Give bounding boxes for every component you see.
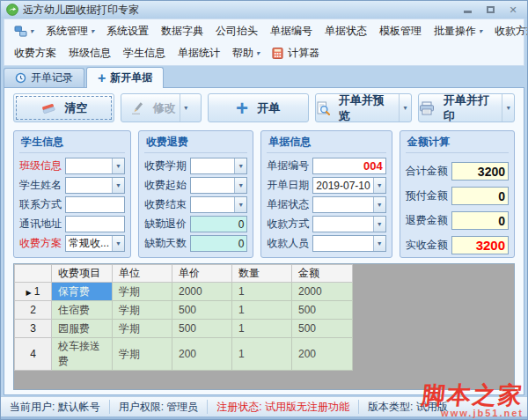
class-info-select[interactable]: ▼ [65, 158, 125, 174]
cell-unit[interactable]: 学期 [113, 320, 172, 338]
cell-unit[interactable]: 学期 [113, 338, 172, 371]
menu-fee-plan[interactable]: 收费方案 [8, 43, 62, 63]
address-input[interactable] [65, 216, 125, 232]
cell-amount[interactable]: 500 [292, 301, 353, 320]
menu-help[interactable]: 帮助▾ [226, 43, 266, 63]
menu-calculator[interactable]: 计算器 [266, 43, 326, 63]
chevron-down-icon[interactable]: ▼ [373, 178, 385, 193]
receipt-status-select[interactable]: ▼ [312, 196, 385, 213]
group-title: 金额计算 [406, 133, 509, 153]
cell-price[interactable]: 2000 [172, 283, 232, 301]
row-selector[interactable]: 4 [15, 338, 52, 371]
clear-button[interactable]: 清空 [13, 93, 114, 122]
chevron-down-icon[interactable]: ▼ [112, 236, 124, 251]
layout-menu-button[interactable]: ▾ [8, 23, 40, 40]
col-header-qty[interactable]: 数量 [232, 265, 292, 283]
col-header-price[interactable]: 单价 [172, 265, 232, 283]
menu-template-management[interactable]: 模板管理 [373, 21, 428, 41]
payment-method-select[interactable]: ▼ [312, 216, 385, 232]
row-selector[interactable]: 2 [15, 301, 52, 320]
cell-qty[interactable]: 1 [232, 338, 292, 371]
chevron-down-icon[interactable]: ▼ [373, 236, 385, 251]
cell-qty[interactable]: 1 [232, 301, 292, 320]
menu-class-info[interactable]: 班级信息 [62, 43, 117, 63]
table-row[interactable]: ▶1 保育费 学期 2000 1 2000 [15, 283, 353, 301]
cell-amount[interactable]: 200 [292, 338, 353, 371]
status-current-user: 当前用户: 默认帐号 [8, 400, 109, 415]
maximize-button[interactable] [485, 5, 495, 15]
field-label: 缺勤退价 [144, 217, 190, 232]
col-header-unit[interactable]: 单位 [113, 265, 172, 283]
window-title: 远方幼儿园收据打印专家 [23, 3, 462, 18]
table-row[interactable]: 2 住宿费 学期 500 1 500 [15, 301, 353, 320]
open-receipt-button[interactable]: + 开单 [208, 93, 309, 122]
chevron-down-icon[interactable]: ▼ [234, 197, 246, 212]
menu-student-info[interactable]: 学生信息 [117, 43, 172, 63]
cell-price[interactable]: 500 [172, 320, 232, 338]
col-header-amount[interactable]: 金额 [292, 265, 353, 283]
table-row[interactable]: 4 校车接送费 学期 200 1 200 [15, 338, 353, 371]
chevron-down-icon[interactable]: ▼ [373, 197, 385, 212]
menu-receipt-number[interactable]: 单据编号 [264, 21, 319, 41]
table-row[interactable]: 3 园服费 学期 500 1 500 [15, 320, 353, 338]
close-button[interactable]: ✕ [508, 5, 518, 15]
cell-price[interactable]: 500 [172, 301, 232, 320]
payee-select[interactable]: ▼ [312, 235, 385, 252]
chevron-down-icon[interactable]: ▼ [373, 217, 385, 232]
absence-refund-input[interactable]: 0 [190, 216, 247, 232]
cell-amount[interactable]: 500 [292, 320, 353, 338]
student-name-select[interactable]: ▼ [65, 177, 125, 194]
cell-unit[interactable]: 学期 [113, 301, 172, 320]
open-and-preview-button[interactable]: 开单并预览 ▾ [315, 93, 412, 122]
menu-system-settings[interactable]: 系统设置 [100, 21, 155, 41]
chevron-down-icon[interactable]: ▼ [112, 158, 124, 173]
field-value: 004 [313, 159, 385, 173]
cell-price[interactable]: 200 [172, 338, 232, 371]
chevron-down-icon[interactable]: ▼ [234, 178, 246, 193]
menu-label: 系统设置 [106, 24, 149, 39]
cell-unit[interactable]: 学期 [113, 283, 172, 301]
receipt-date-select[interactable]: 2019-07-10▼ [312, 177, 385, 194]
cell-item[interactable]: 校车接送费 [52, 338, 113, 371]
menu-receipt-statistics[interactable]: 单据统计 [172, 43, 226, 63]
row-selector[interactable]: 3 [15, 320, 52, 338]
menu-data-dictionary[interactable]: 数据字典 [155, 21, 209, 41]
col-header-item[interactable]: 收费项目 [52, 265, 113, 283]
chevron-down-icon[interactable]: ▼ [112, 178, 124, 193]
menu-payment-method[interactable]: 收款方式 [488, 21, 528, 41]
menu-company-header[interactable]: 公司抬头 [209, 21, 264, 41]
row-selector[interactable]: ▶1 [15, 283, 52, 301]
modify-button[interactable]: 修改 ▾ [121, 93, 201, 122]
cell-item[interactable]: 住宿费 [52, 301, 113, 320]
tab-new-receipt[interactable]: + 新开单据 [86, 67, 164, 88]
tab-order-records[interactable]: 开单记录 [4, 68, 84, 87]
chevron-down-icon[interactable]: ▾ [180, 94, 192, 122]
field-value: 0 [452, 214, 508, 228]
contact-input[interactable] [65, 196, 125, 213]
cell-amount[interactable]: 2000 [292, 283, 353, 301]
field-value: 常规收... [66, 236, 112, 251]
menu-receipt-status[interactable]: 单据状态 [319, 21, 373, 41]
menu-system-management[interactable]: 系统管理▾ [40, 21, 100, 41]
open-and-print-button[interactable]: 开单并打印 ▾ [418, 93, 515, 122]
statusbar: 当前用户: 默认帐号 用户权限: 管理员 注册状态: 试用版无注册功能 版本类型… [1, 396, 527, 419]
receipt-number-input[interactable]: 004 [312, 158, 385, 174]
chevron-down-icon[interactable]: ▾ [502, 94, 514, 122]
chevron-down-icon[interactable]: ▼ [234, 158, 246, 173]
fee-term-select[interactable]: ▼ [190, 158, 247, 174]
menu-batch-operations[interactable]: 批量操作▾ [428, 21, 488, 41]
cell-item[interactable]: 园服费 [52, 320, 113, 338]
absence-days-input[interactable]: 0 [190, 235, 247, 252]
minimize-button[interactable] [462, 5, 473, 15]
fee-plan-select[interactable]: 常规收...▼ [65, 235, 125, 252]
field-label: 收款方式 [267, 217, 312, 232]
fee-end-select[interactable]: ▼ [190, 196, 247, 213]
cell-qty[interactable]: 1 [232, 320, 292, 338]
cell-item[interactable]: 保育费 [52, 283, 113, 301]
menu-label: 公司抬头 [216, 24, 258, 39]
cell-qty[interactable]: 1 [232, 283, 292, 301]
field-value: 0 [191, 218, 246, 231]
fee-start-select[interactable]: ▼ [190, 177, 247, 194]
chevron-down-icon[interactable]: ▾ [399, 94, 411, 122]
group-amount-calc: 金额计算 合计金额 3200 预付金额 0 退费金额 0 实收金额 3200 [400, 130, 515, 258]
